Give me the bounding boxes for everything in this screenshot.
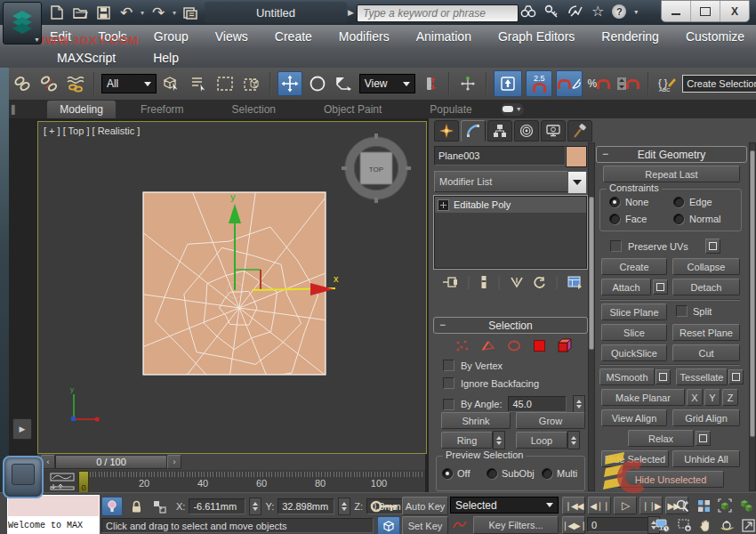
ribbon-tab-modeling[interactable]: Modeling — [47, 101, 116, 118]
selection-rollout-header[interactable]: − Selection — [433, 317, 588, 334]
preview-subobj-option[interactable]: SubObj — [487, 468, 535, 479]
slice-button[interactable]: Slice — [601, 324, 667, 341]
isolate-selection-toggle-icon[interactable] — [101, 497, 123, 516]
redo-icon[interactable]: ↷ — [148, 3, 169, 22]
maximize-viewport-toggle-icon[interactable] — [738, 516, 756, 534]
planar-z-button[interactable]: Z — [722, 389, 738, 406]
collapse-button[interactable]: Collapse — [672, 258, 740, 275]
select-by-name-icon[interactable] — [187, 72, 210, 95]
show-end-result-icon[interactable] — [479, 275, 488, 289]
application-menu-button[interactable]: ▼ — [3, 2, 42, 44]
bind-to-space-warp-icon[interactable] — [64, 72, 87, 95]
reference-coordinate-system-dropdown[interactable]: View — [359, 74, 416, 93]
loop-button[interactable]: Loop — [516, 432, 567, 449]
repeat-last-button[interactable]: Repeat Last — [603, 166, 740, 182]
zoom-region-icon[interactable] — [674, 516, 694, 534]
new-scene-icon[interactable] — [46, 3, 68, 22]
preview-multi-option[interactable]: Multi — [542, 468, 577, 479]
edit-named-selection-sets-icon[interactable]: { }ABC — [655, 72, 679, 95]
orbit-icon[interactable] — [717, 516, 736, 534]
menu-create[interactable]: Create — [271, 29, 316, 44]
constraint-edge-option[interactable]: Edge — [673, 197, 712, 207]
msmooth-settings-button[interactable] — [655, 369, 671, 384]
shrink-button[interactable]: Shrink — [441, 412, 511, 429]
grow-button[interactable]: Grow — [516, 412, 585, 429]
grid-align-button[interactable]: Grid Align — [672, 409, 740, 426]
tab-hierarchy[interactable] — [487, 120, 512, 142]
select-and-rotate-icon[interactable] — [306, 72, 329, 95]
attach-settings-button[interactable] — [653, 279, 668, 295]
polygon-mode-icon[interactable] — [533, 339, 546, 352]
tab-create[interactable] — [434, 120, 459, 142]
ring-button[interactable]: Ring — [441, 432, 493, 449]
viewport-top[interactable]: [ + ] [ Top ] [ Realistic ] y x — [37, 121, 427, 454]
scrollbar-thumb[interactable] — [750, 150, 755, 437]
auto-key-button[interactable]: Auto Key — [402, 497, 448, 515]
ribbon-tab-object-paint[interactable]: Object Paint — [311, 101, 394, 118]
current-frame-field[interactable]: 0 — [587, 517, 651, 532]
by-vertex-checkbox[interactable] — [443, 360, 454, 371]
stack-item-editable-poly[interactable]: Editable Poly — [435, 197, 586, 213]
undo-dropdown-icon[interactable]: ▾ — [139, 3, 146, 22]
next-frame-arrow-button[interactable]: › — [167, 455, 181, 469]
panel-expand-arrow-button[interactable]: ▶ — [12, 418, 32, 440]
planar-x-button[interactable]: X — [687, 389, 703, 406]
track-bar[interactable]: 20 40 60 80 100 0 — [37, 470, 425, 492]
tessellate-settings-button[interactable] — [728, 369, 744, 384]
communication-center-icon[interactable] — [567, 4, 583, 19]
constraint-face-radio[interactable] — [609, 214, 620, 224]
select-and-move-icon[interactable] — [277, 71, 302, 96]
preview-multi-radio[interactable] — [542, 468, 552, 479]
panel-scrollbar-right-column[interactable] — [749, 142, 756, 491]
unlink-selection-icon[interactable] — [37, 72, 60, 95]
constraint-none-radio[interactable] — [609, 197, 620, 207]
mini-curve-editor-icon[interactable] — [50, 473, 76, 490]
tab-motion[interactable] — [514, 120, 539, 142]
select-and-scale-icon[interactable] — [333, 72, 356, 95]
relax-settings-button[interactable] — [696, 431, 711, 446]
vertex-mode-icon[interactable] — [455, 339, 470, 352]
track-bar-ruler[interactable]: 20 40 60 80 100 — [84, 470, 425, 492]
minimize-button[interactable] — [662, 1, 691, 21]
create-button[interactable]: Create — [601, 258, 667, 275]
search-binoculars-icon[interactable] — [520, 4, 536, 19]
menu-modifiers[interactable]: Modifiers — [335, 29, 393, 44]
menu-graph-editors[interactable]: Graph Editors — [495, 29, 578, 44]
by-angle-field[interactable]: 45.0 — [508, 396, 567, 412]
make-planar-button[interactable]: Make Planar — [601, 389, 685, 406]
detach-button[interactable]: Detach — [672, 279, 740, 295]
percent-snap-toggle-icon[interactable]: % — [586, 72, 611, 95]
constraint-normal-radio[interactable] — [673, 214, 684, 224]
select-and-manipulate-icon[interactable] — [456, 72, 479, 95]
modifier-list-arrow-button[interactable] — [567, 171, 587, 194]
use-pivot-point-center-icon[interactable] — [419, 72, 442, 95]
preview-subobj-radio[interactable] — [487, 468, 497, 479]
set-key-button[interactable]: Set Key — [402, 516, 448, 534]
ring-spinner[interactable] — [493, 431, 505, 449]
border-mode-icon[interactable] — [507, 339, 521, 352]
subscription-key-icon[interactable] — [544, 4, 559, 19]
ribbon-tab-populate[interactable]: Populate — [417, 101, 484, 118]
viewcube[interactable]: TOP — [342, 134, 411, 203]
absolute-mode-transform-icon[interactable] — [149, 498, 169, 515]
key-filter-dropdown[interactable]: Selected — [450, 497, 559, 514]
edge-mode-icon[interactable] — [481, 339, 495, 352]
constraint-normal-option[interactable]: Normal — [673, 214, 720, 224]
panel-scrollbar-left-column[interactable] — [588, 142, 595, 491]
key-filters-button[interactable]: Key Filters... — [473, 516, 559, 534]
help-icon[interactable]: ? — [612, 4, 626, 19]
x-coordinate-field[interactable]: -6.611mm — [189, 498, 245, 514]
menu-rendering[interactable]: Rendering — [598, 29, 663, 44]
open-file-icon[interactable] — [69, 3, 91, 22]
ribbon-tab-selection[interactable]: Selection — [220, 101, 288, 118]
menu-group[interactable]: Group — [150, 29, 192, 44]
modifier-stack-list[interactable]: Editable Poly — [434, 196, 587, 269]
time-slider-current-frame-marker[interactable]: 0 — [78, 471, 89, 493]
key-mode-toggle-button[interactable]: ❘◀▶❘ — [562, 516, 585, 534]
tab-modify[interactable] — [461, 120, 486, 142]
time-slider-handle[interactable]: 0 / 100 — [55, 455, 167, 469]
go-to-start-button[interactable]: ❘◀◀ — [562, 497, 585, 514]
tab-display[interactable] — [541, 120, 566, 142]
menu-customize[interactable]: Customize — [682, 29, 748, 44]
attach-button[interactable]: Attach — [601, 279, 651, 295]
